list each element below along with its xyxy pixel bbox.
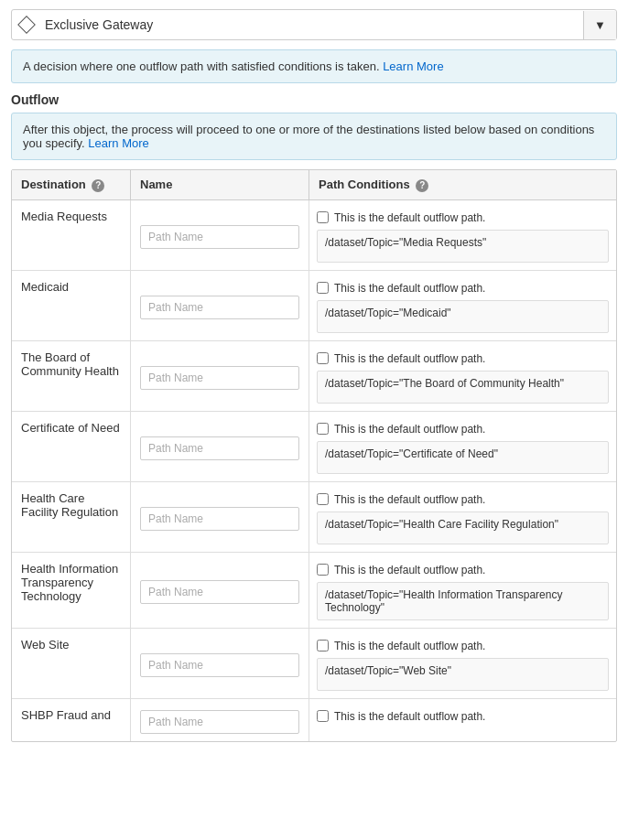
name-cell-2 xyxy=(131,341,309,411)
condition-value-1: /dataset/Topic="Medicaid" xyxy=(317,300,609,333)
table-row: Certificate of NeedThis is the default o… xyxy=(12,412,616,482)
destination-cell-0: Media Requests xyxy=(12,200,131,270)
learn-more-link-2[interactable]: Learn More xyxy=(88,136,148,150)
name-cell-6 xyxy=(131,629,309,698)
condition-value-4: /dataset/Topic="Health Care Facility Reg… xyxy=(317,512,609,544)
gateway-icon xyxy=(12,11,41,38)
path-name-input-3[interactable] xyxy=(140,436,299,460)
path-name-input-5[interactable] xyxy=(140,580,299,604)
checkbox-label-3: This is the default outflow path. xyxy=(334,423,485,436)
header-path-conditions: Path Conditions ? xyxy=(309,170,616,199)
table-header: Destination ? Name Path Conditions ? xyxy=(12,170,616,200)
path-name-input-4[interactable] xyxy=(140,507,299,531)
table-row: Health Care Facility RegulationThis is t… xyxy=(12,482,616,553)
conditions-cell-7: This is the default outflow path. xyxy=(309,699,616,741)
destination-cell-2: The Board of Community Health xyxy=(12,341,131,411)
condition-value-0: /dataset/Topic="Media Requests" xyxy=(317,230,609,263)
name-cell-5 xyxy=(131,553,309,628)
path-name-input-0[interactable] xyxy=(140,225,299,249)
table-body: Media RequestsThis is the default outflo… xyxy=(12,200,616,741)
destination-cell-3: Certificate of Need xyxy=(12,412,131,481)
checkbox-label-7: This is the default outflow path. xyxy=(334,710,485,723)
checkbox-row-6: This is the default outflow path. xyxy=(317,640,609,652)
destination-cell-5: Health Information Transparency Technolo… xyxy=(12,553,131,628)
destination-cell-1: Medicaid xyxy=(12,271,131,340)
conditions-cell-1: This is the default outflow path./datase… xyxy=(309,271,616,340)
checkbox-row-0: This is the default outflow path. xyxy=(317,211,609,224)
header-destination: Destination ? xyxy=(12,170,131,199)
checkbox-label-4: This is the default outflow path. xyxy=(334,493,485,506)
conditions-cell-0: This is the default outflow path./datase… xyxy=(309,200,616,270)
table-row: Health Information Transparency Technolo… xyxy=(12,553,616,629)
checkbox-label-5: This is the default outflow path. xyxy=(334,564,485,576)
checkbox-row-4: This is the default outflow path. xyxy=(317,493,609,506)
path-name-input-6[interactable] xyxy=(140,653,299,677)
checkbox-label-2: This is the default outflow path. xyxy=(334,352,485,365)
condition-value-3: /dataset/Topic="Certificate of Need" xyxy=(317,441,609,474)
path-name-input-7[interactable] xyxy=(140,710,299,734)
conditions-cell-6: This is the default outflow path./datase… xyxy=(309,629,616,698)
table-row: Media RequestsThis is the default outflo… xyxy=(12,200,616,271)
default-path-checkbox-6[interactable] xyxy=(317,640,329,652)
table-row: The Board of Community HealthThis is the… xyxy=(12,341,616,412)
default-path-checkbox-5[interactable] xyxy=(317,564,329,576)
conditions-cell-3: This is the default outflow path./datase… xyxy=(309,412,616,481)
table-row: SHBP Fraud andThis is the default outflo… xyxy=(12,699,616,741)
name-cell-3 xyxy=(131,412,309,481)
default-path-checkbox-0[interactable] xyxy=(317,211,329,223)
checkbox-row-2: This is the default outflow path. xyxy=(317,352,609,365)
info-alert-text: A decision where one outflow path with s… xyxy=(23,59,380,73)
name-cell-1 xyxy=(131,271,309,340)
path-name-input-1[interactable] xyxy=(140,296,299,319)
condition-value-6: /dataset/Topic="Web Site" xyxy=(317,658,609,691)
destination-cell-4: Health Care Facility Regulation xyxy=(12,482,131,552)
checkbox-row-1: This is the default outflow path. xyxy=(317,282,609,295)
name-cell-7 xyxy=(131,699,309,741)
table-row: Web SiteThis is the default outflow path… xyxy=(12,629,616,699)
checkbox-label-6: This is the default outflow path. xyxy=(334,640,485,652)
checkbox-row-5: This is the default outflow path. xyxy=(317,564,609,576)
default-path-checkbox-2[interactable] xyxy=(317,352,329,364)
condition-value-5: /dataset/Topic="Health Information Trans… xyxy=(317,582,609,620)
destination-info-icon[interactable]: ? xyxy=(92,179,104,192)
checkbox-row-7: This is the default outflow path. xyxy=(317,710,609,723)
gateway-title: Exclusive Gateway xyxy=(41,10,583,39)
path-name-input-2[interactable] xyxy=(140,366,299,390)
default-path-checkbox-3[interactable] xyxy=(317,423,329,435)
outflow-info: After this object, the process will proc… xyxy=(11,113,617,160)
chevron-down-icon: ▼ xyxy=(594,18,606,32)
name-cell-0 xyxy=(131,200,309,270)
condition-value-2: /dataset/Topic="The Board of Community H… xyxy=(317,371,609,404)
default-path-checkbox-4[interactable] xyxy=(317,493,329,505)
header-name: Name xyxy=(131,170,309,199)
path-conditions-info-icon[interactable]: ? xyxy=(416,179,428,192)
checkbox-label-0: This is the default outflow path. xyxy=(334,211,485,224)
conditions-table: Destination ? Name Path Conditions ? Med… xyxy=(11,169,617,742)
conditions-cell-2: This is the default outflow path./datase… xyxy=(309,341,616,411)
destination-cell-7: SHBP Fraud and xyxy=(12,699,131,741)
default-path-checkbox-1[interactable] xyxy=(317,282,329,294)
checkbox-label-1: This is the default outflow path. xyxy=(334,282,485,295)
dropdown-button[interactable]: ▼ xyxy=(583,11,616,39)
top-bar: Exclusive Gateway ▼ xyxy=(11,9,617,40)
default-path-checkbox-7[interactable] xyxy=(317,710,329,722)
destination-cell-6: Web Site xyxy=(12,629,131,698)
checkbox-row-3: This is the default outflow path. xyxy=(317,423,609,436)
info-alert: A decision where one outflow path with s… xyxy=(11,49,617,83)
conditions-cell-5: This is the default outflow path./datase… xyxy=(309,553,616,628)
section-title: Outflow xyxy=(11,92,617,107)
learn-more-link-1[interactable]: Learn More xyxy=(383,59,443,73)
table-row: MedicaidThis is the default outflow path… xyxy=(12,271,616,341)
name-cell-4 xyxy=(131,482,309,552)
conditions-cell-4: This is the default outflow path./datase… xyxy=(309,482,616,552)
